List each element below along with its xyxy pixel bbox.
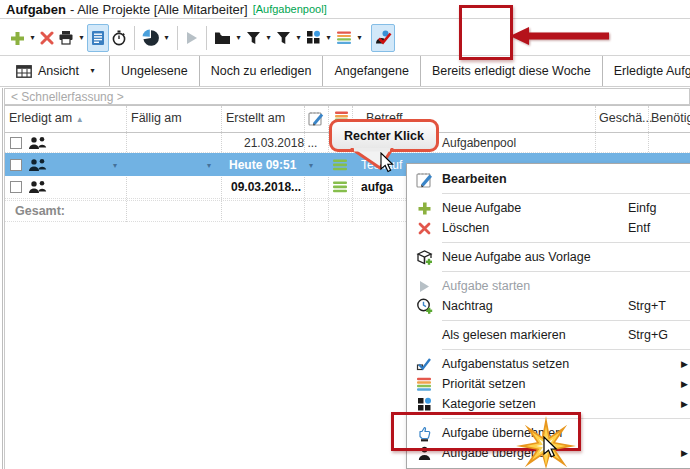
submenu-arrow-icon: ▶ — [681, 379, 688, 389]
column-header-faellig-am[interactable]: Fällig am — [131, 111, 182, 125]
categories-icon — [306, 30, 321, 45]
filter-tab-erledigte-aufgaben[interactable]: Erledigte Aufgaben für dies — [603, 56, 690, 86]
note-column-icon[interactable] — [308, 110, 324, 126]
menu-item-label: Aufgabenstatus setzen — [442, 357, 569, 371]
project-folder-button[interactable] — [212, 25, 233, 51]
view-grid-icon — [16, 65, 32, 78]
menu-item-neue-aufgabe-aus-vorlage[interactable]: Neue Aufgabe aus Vorlage — [407, 247, 690, 267]
folder-dropdown[interactable]: ▾ — [233, 34, 244, 42]
priority-button[interactable] — [334, 25, 354, 51]
detail-view-button[interactable] — [87, 24, 109, 52]
menu-separator — [407, 267, 690, 276]
take-over-task-button[interactable] — [371, 24, 395, 52]
menu-item-label: Neue Aufgabe aus Vorlage — [442, 250, 591, 264]
mouse-cursor — [380, 152, 395, 173]
quick-entry-placeholder: < Schnellerfassung > — [11, 90, 124, 104]
quick-entry-input[interactable]: < Schnellerfassung > — [4, 88, 690, 105]
menu-item-label: Bearbeiten — [442, 172, 507, 186]
filter-tab-noch-zu-erledigen[interactable]: Noch zu erledigen — [200, 56, 324, 86]
column-header-erstellt-am[interactable]: Erstellt am — [226, 111, 285, 125]
cell-betreff: Aufgabenpool — [442, 136, 516, 150]
person-check-icon — [374, 29, 392, 46]
menu-item-neue-aufgabe[interactable]: Neue Aufgabe Einfg — [407, 198, 690, 218]
cell-dropdown-icon[interactable]: ▾ — [309, 160, 313, 169]
filter-tab-label: Angefangene — [334, 64, 408, 78]
menu-shortcut: Einfg — [628, 201, 657, 215]
toolbar-separator — [206, 26, 207, 50]
column-header-erledigt-am[interactable]: Erledigt am ▲ — [9, 111, 84, 125]
menu-item-label: Neue Aufgabe — [442, 201, 521, 215]
menu-item-label: Nachtrag — [442, 299, 493, 313]
plus-icon — [9, 30, 25, 46]
filter-dropdown[interactable]: ▾ — [263, 34, 274, 42]
filter-tab-ungelesene[interactable]: Ungelesene — [110, 56, 200, 86]
filter-button[interactable] — [244, 25, 263, 51]
menu-item-aufgabenstatus-setzen[interactable]: Aufgabenstatus setzen ▶ — [407, 354, 690, 374]
filter-tab-bereits-erledigt[interactable]: Bereits erledigt diese Woche — [421, 56, 603, 86]
ansicht-button[interactable]: Ansicht ▾ — [5, 56, 110, 86]
row-checkbox[interactable] — [10, 159, 22, 171]
folder-icon — [214, 31, 231, 45]
play-icon — [185, 31, 199, 45]
filter-tab-label: Noch zu erledigen — [211, 64, 312, 78]
people-icon — [28, 158, 48, 171]
menu-item-nachtrag[interactable]: Nachtrag Strg+T — [407, 296, 690, 316]
cell-betreff: aufga — [361, 180, 393, 194]
cell-erstellt-am: 09.03.2018... — [231, 180, 301, 194]
cell-dropdown-icon[interactable]: ▾ — [113, 160, 117, 169]
ansicht-dropdown[interactable]: ▾ — [87, 67, 98, 75]
menu-item-bearbeiten[interactable]: Bearbeiten — [407, 169, 690, 189]
menu-shortcut: Strg+G — [628, 328, 668, 342]
filter-tab-label: Erledigte Aufgaben für dies — [614, 64, 690, 78]
delete-task-button[interactable] — [38, 25, 56, 51]
mouse-cursor-click — [543, 436, 559, 459]
document-list-icon — [90, 30, 106, 46]
menu-item-label: Löschen — [442, 221, 489, 235]
timer-button[interactable] — [109, 25, 129, 51]
chart-button[interactable] — [140, 25, 161, 51]
menu-shortcut: Strg+T — [628, 299, 666, 313]
page-subtitle: - Alle Projekte [Alle Mitarbeiter] — [70, 2, 248, 17]
menu-item-label: Aufgabe starten — [442, 279, 530, 293]
menu-item-kategorie-setzen[interactable]: Kategorie setzen ▶ — [407, 394, 690, 414]
filter2-dropdown[interactable]: ▾ — [293, 34, 304, 42]
filter2-button[interactable] — [274, 25, 293, 51]
annotation-highlight-box-toolbar — [459, 5, 513, 60]
chart-dropdown[interactable]: ▾ — [161, 34, 172, 42]
page-title: Aufgaben — [6, 2, 66, 17]
menu-item-prioritaet-setzen[interactable]: Priorität setzen ▶ — [407, 374, 690, 394]
menu-item-loeschen[interactable]: Löschen Entf — [407, 218, 690, 238]
menu-item-label: Kategorie setzen — [442, 397, 536, 411]
pool-tag: [Aufgabenpool] — [253, 3, 327, 15]
cell-erstellt-am: 21.03.2018 ... — [244, 136, 317, 150]
cell-dropdown-icon[interactable]: ▾ — [207, 160, 211, 169]
category-button[interactable] — [304, 25, 323, 51]
row-checkbox[interactable] — [10, 181, 22, 193]
delete-x-icon — [414, 220, 434, 236]
menu-item-label: Als gelesen markieren — [442, 328, 566, 342]
column-header-geschae[interactable]: Geschä... — [599, 111, 653, 125]
print-button[interactable] — [56, 25, 76, 51]
menu-item-aufgabe-starten[interactable]: Aufgabe starten — [407, 276, 690, 296]
window-edge-line — [2, 88, 3, 469]
column-header-benoetigt[interactable]: Benötigt — [651, 111, 690, 125]
empty-icon-slot — [414, 327, 434, 343]
window-title-bar: Aufgaben - Alle Projekte [Alle Mitarbeit… — [0, 0, 690, 19]
new-task-dropdown[interactable]: ▾ — [27, 34, 38, 42]
menu-separator — [407, 238, 690, 247]
sort-ascending-icon: ▲ — [76, 115, 84, 124]
menu-item-als-gelesen-markieren[interactable]: Als gelesen markieren Strg+G — [407, 325, 690, 345]
people-icon — [28, 136, 48, 149]
category-dropdown[interactable]: ▾ — [323, 34, 334, 42]
start-task-button[interactable] — [183, 25, 201, 51]
filter-tab-angefangene[interactable]: Angefangene — [323, 56, 420, 86]
menu-separator — [407, 316, 690, 325]
new-task-button[interactable] — [7, 25, 27, 51]
priority-dropdown[interactable]: ▾ — [354, 34, 365, 42]
template-box-icon — [414, 249, 434, 265]
menu-shortcut: Entf — [628, 221, 650, 235]
people-icon — [28, 181, 48, 194]
print-dropdown[interactable]: ▾ — [76, 34, 87, 42]
row-checkbox[interactable] — [10, 137, 22, 149]
cell-erstellt-am: Heute 09:51 — [229, 158, 296, 172]
